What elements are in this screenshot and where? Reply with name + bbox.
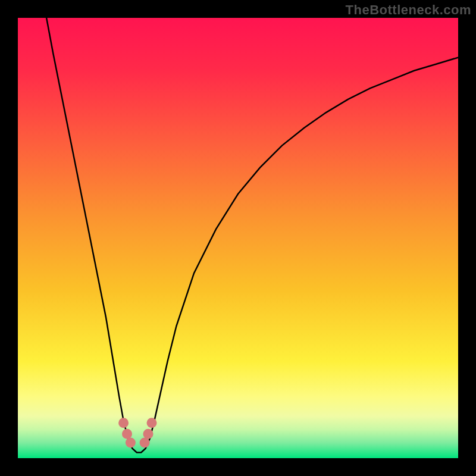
chart-svg xyxy=(18,18,458,458)
marker-dot xyxy=(147,418,157,428)
watermark-text: TheBottleneck.com xyxy=(346,2,471,18)
marker-dot xyxy=(140,438,150,448)
chart-frame: TheBottleneck.com xyxy=(0,0,476,476)
plot-area xyxy=(18,18,458,458)
marker-dot xyxy=(118,418,129,428)
marker-dot xyxy=(126,438,136,448)
marker-dot xyxy=(143,429,154,439)
marker-dot xyxy=(122,429,132,439)
gradient-background xyxy=(18,18,458,458)
